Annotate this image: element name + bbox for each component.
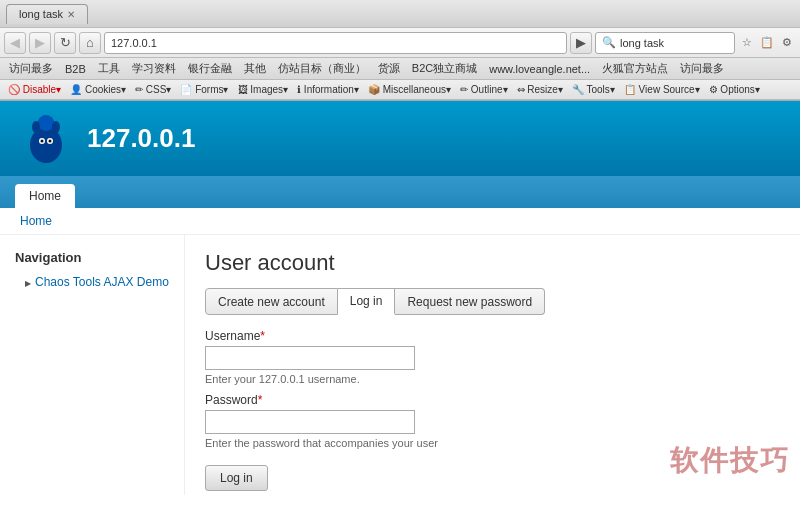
login-form: Username* Enter your 127.0.0.1 username.…	[205, 329, 780, 491]
search-bar[interactable]: 🔍 long task	[595, 32, 735, 54]
bookmark-访问最多[interactable]: 访问最多	[4, 59, 58, 78]
breadcrumb-link[interactable]: Home	[20, 214, 52, 228]
nav-tabs-bar: Home	[0, 176, 800, 208]
username-required: *	[260, 329, 265, 343]
login-button[interactable]: Log in	[205, 465, 268, 491]
go-button[interactable]: ▶	[570, 32, 592, 54]
password-hint: Enter the password that accompanies your…	[205, 437, 780, 449]
sidebar-link-chaos[interactable]: Chaos Tools AJAX Demo	[15, 273, 169, 291]
search-text: long task	[620, 37, 728, 49]
search-icon: 🔍	[602, 36, 616, 49]
tab-login[interactable]: Log in	[338, 288, 396, 315]
home-button[interactable]: ⌂	[79, 32, 101, 54]
svg-point-8	[52, 121, 60, 133]
dev-resize[interactable]: ⇔ Resize▾	[513, 83, 567, 96]
address-bar[interactable]: 127.0.0.1	[104, 32, 567, 54]
star-icon[interactable]: ☆	[738, 34, 756, 52]
dev-disable[interactable]: 🚫 Disable▾	[4, 83, 65, 96]
nav-tab-home[interactable]: Home	[15, 184, 75, 208]
browser-tab[interactable]: long task ✕	[6, 4, 88, 24]
drupal-logo	[20, 113, 72, 165]
dev-misc[interactable]: 📦 Miscellaneous▾	[364, 83, 455, 96]
nav-icons: ☆ 📋 ⚙	[738, 34, 796, 52]
bookmark-b2b[interactable]: B2B	[60, 61, 91, 77]
tab-title: long task	[19, 8, 63, 20]
page-wrapper: 127.0.0.1 Home Home Navigation Chaos Too…	[0, 101, 800, 495]
username-hint: Enter your 127.0.0.1 username.	[205, 373, 780, 385]
dev-outline[interactable]: ✏ Outline▾	[456, 83, 511, 96]
main-content: Navigation Chaos Tools AJAX Demo User ac…	[0, 235, 800, 495]
refresh-button[interactable]: ↻	[54, 32, 76, 54]
dev-tools[interactable]: 🔧 Tools▾	[568, 83, 619, 96]
site-title: 127.0.0.1	[87, 123, 195, 154]
bookmark-b2c[interactable]: B2C独立商城	[407, 59, 482, 78]
bookmark-visit-more[interactable]: 访问最多	[675, 59, 729, 78]
bookmark-icon[interactable]: 📋	[758, 34, 776, 52]
breadcrumb: Home	[0, 208, 800, 235]
forward-button[interactable]: ▶	[29, 32, 51, 54]
account-tabs: Create new account Log in Request new pa…	[205, 288, 780, 315]
address-text: 127.0.0.1	[111, 37, 560, 49]
back-button[interactable]: ◀	[4, 32, 26, 54]
bookmark-other[interactable]: 其他	[239, 59, 271, 78]
bookmark-banking[interactable]: 银行金融	[183, 59, 237, 78]
bookmarks-bar: 访问最多 B2B 工具 学习资料 银行金融 其他 仿站目标（商业） 货源 B2C…	[0, 58, 800, 80]
site-header: 127.0.0.1	[0, 101, 800, 176]
svg-point-6	[49, 139, 52, 142]
svg-point-7	[32, 121, 40, 133]
tab-create-account[interactable]: Create new account	[205, 288, 338, 315]
dev-forms[interactable]: 📄 Forms▾	[176, 83, 232, 96]
page-heading: User account	[205, 250, 780, 276]
dev-information[interactable]: ℹ Information▾	[293, 83, 363, 96]
bookmark-goods[interactable]: 货源	[373, 59, 405, 78]
settings-icon[interactable]: ⚙	[778, 34, 796, 52]
bookmark-tools[interactable]: 工具	[93, 59, 125, 78]
bookmark-loveangle[interactable]: www.loveangle.net...	[484, 61, 595, 77]
username-label: Username*	[205, 329, 780, 343]
browser-chrome: long task ✕ ◀ ▶ ↻ ⌂ 127.0.0.1 ▶ 🔍 long t…	[0, 0, 800, 101]
svg-point-2	[38, 115, 54, 131]
content-area: User account Create new account Log in R…	[185, 235, 800, 495]
title-bar: long task ✕	[0, 0, 800, 28]
dev-toolbar: 🚫 Disable▾ 👤 Cookies▾ ✏ CSS▾ 📄 Forms▾ 🖼 …	[0, 80, 800, 100]
svg-point-5	[41, 139, 44, 142]
bookmark-firefox[interactable]: 火狐官方站点	[597, 59, 673, 78]
dev-cookies[interactable]: 👤 Cookies▾	[66, 83, 130, 96]
password-label: Password*	[205, 393, 780, 407]
dev-viewsource[interactable]: 📋 View Source▾	[620, 83, 704, 96]
nav-bar: ◀ ▶ ↻ ⌂ 127.0.0.1 ▶ 🔍 long task ☆ 📋 ⚙	[0, 28, 800, 58]
sidebar-title: Navigation	[15, 250, 169, 265]
password-input[interactable]	[205, 410, 415, 434]
dev-images[interactable]: 🖼 Images▾	[234, 83, 293, 96]
username-input[interactable]	[205, 346, 415, 370]
sidebar: Navigation Chaos Tools AJAX Demo	[0, 235, 185, 495]
bookmark-imitation[interactable]: 仿站目标（商业）	[273, 59, 371, 78]
password-required: *	[258, 393, 263, 407]
tab-request-password[interactable]: Request new password	[395, 288, 545, 315]
dev-options[interactable]: ⚙ Options▾	[705, 83, 764, 96]
tab-close-icon[interactable]: ✕	[67, 9, 75, 20]
dev-css[interactable]: ✏ CSS▾	[131, 83, 175, 96]
bookmark-study[interactable]: 学习资料	[127, 59, 181, 78]
